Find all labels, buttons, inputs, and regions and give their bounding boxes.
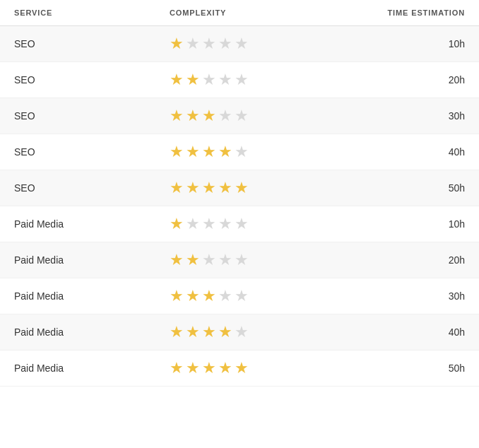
star-filled: ★ — [202, 180, 216, 196]
service-name: Paid Media — [14, 218, 170, 230]
table-body: SEO★★★★★10hSEO★★★★★20hSEO★★★★★30hSEO★★★★… — [0, 26, 479, 387]
time-value: 30h — [353, 290, 465, 302]
table-header: SERVICE COMPLEXITY TIME ESTIMATION — [0, 0, 479, 26]
time-value: 40h — [353, 146, 465, 158]
stars-container: ★★★★★ — [170, 144, 353, 160]
service-name: SEO — [14, 110, 170, 122]
star-empty: ★ — [202, 36, 216, 52]
table-row: Paid Media★★★★★20h — [0, 242, 479, 278]
service-name: SEO — [14, 38, 170, 49]
time-value: 50h — [353, 182, 465, 194]
time-value: 20h — [353, 74, 465, 86]
main-table: SERVICE COMPLEXITY TIME ESTIMATION SEO★★… — [0, 0, 479, 387]
star-filled: ★ — [235, 180, 249, 196]
star-empty: ★ — [235, 252, 249, 268]
stars-container: ★★★★★ — [170, 324, 353, 340]
star-filled: ★ — [218, 360, 232, 376]
stars-container: ★★★★★ — [170, 216, 353, 232]
star-empty: ★ — [186, 36, 200, 52]
table-row: SEO★★★★★10h — [0, 26, 479, 62]
star-empty: ★ — [235, 144, 249, 160]
stars-container: ★★★★★ — [170, 180, 353, 196]
star-filled: ★ — [186, 144, 200, 160]
star-filled: ★ — [170, 108, 184, 124]
time-value: 50h — [353, 362, 465, 374]
table-row: Paid Media★★★★★50h — [0, 350, 479, 387]
star-filled: ★ — [170, 144, 184, 160]
service-name: SEO — [14, 182, 170, 194]
star-filled: ★ — [202, 288, 216, 304]
star-filled: ★ — [218, 144, 232, 160]
star-filled: ★ — [186, 252, 200, 268]
stars-container: ★★★★★ — [170, 108, 353, 124]
service-name: Paid Media — [14, 326, 170, 338]
star-filled: ★ — [202, 108, 216, 124]
stars-container: ★★★★★ — [170, 72, 353, 88]
header-complexity: COMPLEXITY — [170, 8, 353, 17]
table-row: SEO★★★★★50h — [0, 170, 479, 206]
star-filled: ★ — [186, 180, 200, 196]
star-filled: ★ — [235, 360, 249, 376]
stars-container: ★★★★★ — [170, 288, 353, 304]
star-filled: ★ — [170, 72, 184, 88]
header-time: TIME ESTIMATION — [353, 8, 465, 17]
stars-container: ★★★★★ — [170, 252, 353, 268]
table-row: Paid Media★★★★★30h — [0, 278, 479, 314]
time-value: 20h — [353, 254, 465, 266]
star-filled: ★ — [186, 72, 200, 88]
star-empty: ★ — [235, 36, 249, 52]
star-filled: ★ — [170, 216, 184, 232]
star-filled: ★ — [186, 360, 200, 376]
star-empty: ★ — [218, 216, 232, 232]
table-row: SEO★★★★★20h — [0, 62, 479, 98]
table-row: SEO★★★★★40h — [0, 134, 479, 170]
star-filled: ★ — [170, 36, 184, 52]
star-filled: ★ — [202, 360, 216, 376]
star-filled: ★ — [186, 288, 200, 304]
star-filled: ★ — [170, 252, 184, 268]
time-value: 40h — [353, 326, 465, 338]
time-value: 10h — [353, 218, 465, 230]
star-empty: ★ — [218, 108, 232, 124]
star-filled: ★ — [186, 108, 200, 124]
stars-container: ★★★★★ — [170, 360, 353, 376]
table-row: Paid Media★★★★★40h — [0, 314, 479, 350]
time-value: 10h — [353, 38, 465, 49]
service-name: SEO — [14, 74, 170, 86]
stars-container: ★★★★★ — [170, 36, 353, 52]
star-empty: ★ — [235, 108, 249, 124]
star-empty: ★ — [218, 252, 232, 268]
star-filled: ★ — [170, 324, 184, 340]
service-name: SEO — [14, 146, 170, 158]
service-name: Paid Media — [14, 290, 170, 302]
star-filled: ★ — [170, 180, 184, 196]
star-filled: ★ — [170, 360, 184, 376]
table-row: SEO★★★★★30h — [0, 98, 479, 134]
star-empty: ★ — [218, 72, 232, 88]
star-empty: ★ — [202, 216, 216, 232]
star-empty: ★ — [186, 216, 200, 232]
star-filled: ★ — [218, 324, 232, 340]
star-empty: ★ — [235, 216, 249, 232]
star-empty: ★ — [202, 252, 216, 268]
service-name: Paid Media — [14, 254, 170, 266]
star-filled: ★ — [218, 180, 232, 196]
star-filled: ★ — [186, 324, 200, 340]
star-empty: ★ — [218, 288, 232, 304]
header-service: SERVICE — [14, 8, 170, 17]
star-filled: ★ — [170, 288, 184, 304]
star-empty: ★ — [202, 72, 216, 88]
time-value: 30h — [353, 110, 465, 122]
star-filled: ★ — [202, 324, 216, 340]
star-empty: ★ — [218, 36, 232, 52]
service-name: Paid Media — [14, 362, 170, 374]
table-row: Paid Media★★★★★10h — [0, 206, 479, 242]
star-empty: ★ — [235, 288, 249, 304]
star-empty: ★ — [235, 324, 249, 340]
star-filled: ★ — [202, 144, 216, 160]
star-empty: ★ — [235, 72, 249, 88]
